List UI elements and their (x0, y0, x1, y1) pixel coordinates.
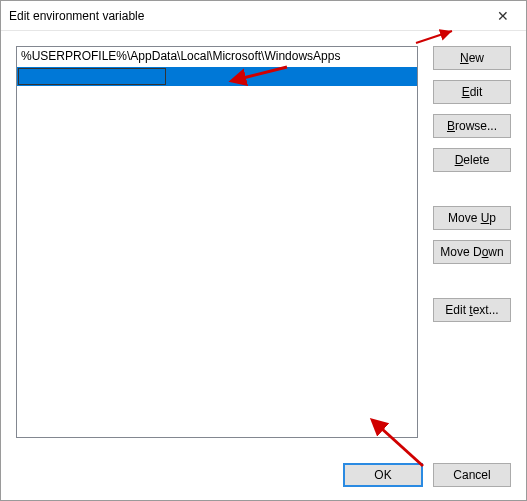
edit-text-button[interactable]: Edit text... (433, 298, 511, 322)
button-column: New Edit Browse... Delete Move Up Move D… (433, 46, 511, 448)
delete-button[interactable]: Delete (433, 148, 511, 172)
list-item[interactable] (17, 106, 417, 126)
list-item[interactable] (17, 223, 417, 243)
new-button-label-rest: ew (469, 51, 484, 65)
svg-line-5 (416, 31, 452, 43)
list-item[interactable] (17, 361, 417, 381)
list-item[interactable] (17, 302, 417, 322)
list-item[interactable] (17, 145, 417, 165)
list-item-text: %USERPROFILE%\AppData\Local\Microsoft\Wi… (21, 49, 340, 63)
list-item[interactable]: %USERPROFILE%\AppData\Local\Microsoft\Wi… (17, 47, 417, 67)
dialog-content: %USERPROFILE%\AppData\Local\Microsoft\Wi… (1, 31, 526, 463)
titlebar: Edit environment variable ✕ (1, 1, 526, 31)
spacer (433, 264, 511, 298)
list-item[interactable] (17, 67, 417, 87)
ok-button[interactable]: OK (343, 463, 423, 487)
list-item[interactable] (17, 341, 417, 361)
list-item[interactable] (17, 165, 417, 185)
edit-button[interactable]: Edit (433, 80, 511, 104)
inline-edit-input[interactable] (21, 68, 171, 86)
list-item[interactable] (17, 380, 417, 400)
list-item[interactable] (17, 321, 417, 341)
move-down-button[interactable]: Move Down (433, 240, 511, 264)
move-up-button[interactable]: Move Up (433, 206, 511, 230)
list-item[interactable] (17, 400, 417, 420)
list-item[interactable] (17, 263, 417, 283)
list-item[interactable] (17, 125, 417, 145)
close-icon: ✕ (497, 8, 509, 24)
close-button[interactable]: ✕ (480, 1, 526, 31)
browse-button[interactable]: Browse... (433, 114, 511, 138)
new-button[interactable]: New (433, 46, 511, 70)
list-item[interactable] (17, 419, 417, 438)
list-item[interactable] (17, 282, 417, 302)
window-title: Edit environment variable (9, 9, 480, 23)
list-item[interactable] (17, 243, 417, 263)
list-item[interactable] (17, 204, 417, 224)
list-item[interactable] (17, 184, 417, 204)
path-list[interactable]: %USERPROFILE%\AppData\Local\Microsoft\Wi… (16, 46, 418, 438)
spacer (433, 172, 511, 206)
list-item[interactable] (17, 86, 417, 106)
dialog-window: Edit environment variable ✕ %USERPROFILE… (0, 0, 527, 501)
cancel-button[interactable]: Cancel (433, 463, 511, 487)
dialog-footer: OK Cancel (1, 463, 526, 500)
